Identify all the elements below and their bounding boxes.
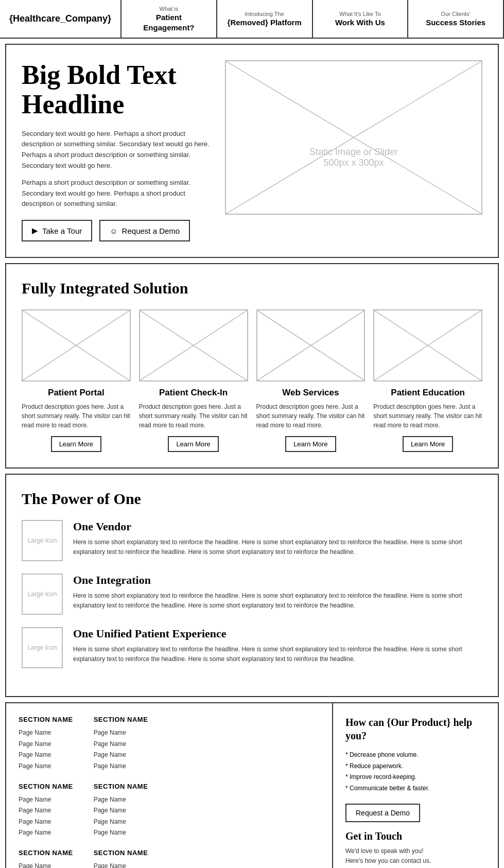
footer-col-2-link-0-0[interactable]: Page Name [94,727,148,739]
hero-left: Big Bold Text Headline Secondary text wo… [22,60,210,241]
integrated-section: Fully Integrated Solution Patient Portal… [5,263,499,468]
footer-help-heading: How can {Our Product} help you? [345,716,485,742]
request-demo-label: Request a Demo [122,227,180,235]
footer-bullet-3: Communicate better & faster. [345,783,485,794]
footer-col-2-heading-1: SECTION NAME [94,783,148,790]
nav-items: What isPatient Engagement?Introducing Th… [121,0,504,38]
footer-col-2: SECTION NAMEPage NamePage NamePage NameP… [94,716,148,868]
footer-left: SECTION NAMEPage NamePage NamePage NameP… [6,703,333,868]
nav-sub-0: What is [131,5,207,12]
card-desc-0: Product description goes here. Just a sh… [22,402,131,430]
power-section: The Power of One Large Icon One Vendor H… [5,474,499,697]
footer-col-2-list-2: Page NamePage NamePage NamePage Name [94,861,148,868]
hero-image: Static Image or Slider 500px x 300px [225,60,482,215]
footer-col-2-link-1-1[interactable]: Page Name [94,805,148,817]
placeholder-cross-svg [226,61,481,214]
nav-main-2: Work With Us [335,18,385,28]
footer-col-2-heading-0: SECTION NAME [94,716,148,723]
footer-col-1-list-0: Page NamePage NamePage NamePage Name [19,727,73,772]
footer-col-1-list-2: Page NamePage NamePage NamePage Name [19,861,73,868]
take-tour-button[interactable]: ▶ Take a Tour [22,220,92,241]
power-icon-1: Large Icon [22,574,63,615]
integrated-title: Fully Integrated Solution [22,280,482,297]
footer-right: How can {Our Product} help you? Decrease… [333,703,498,868]
footer-contact-text: We'd love to speak with you! Here's how … [345,846,485,866]
power-icon-0: Large Icon [22,520,63,561]
footer-col-1: SECTION NAMEPage NamePage NamePage NameP… [19,716,73,868]
footer-col-1-link-0-1[interactable]: Page Name [19,739,73,750]
hero-image-label: Static Image or Slider 500px x 300px [309,147,398,168]
card-title-2: Web Services [256,388,366,398]
footer-col-1-link-1-2[interactable]: Page Name [19,817,73,828]
footer-col-2-heading-2: SECTION NAME [94,849,148,857]
footer-bullets: Decrease phone volume.Reduce paperwork.I… [345,750,485,794]
power-text-2: One Unified Patient Experience Here is s… [73,627,482,664]
footer-col-2-link-0-3[interactable]: Page Name [94,761,148,772]
hero-section: Big Bold Text Headline Secondary text wo… [5,44,499,258]
footer-contact-heading: Get in Touch [345,830,485,842]
nav-item-2[interactable]: What It's Like ToWork With Us [313,0,409,38]
nav-main-3: Success Stories [426,18,485,28]
hero-secondary-2: Perhaps a short product description or s… [22,178,210,210]
footer-col-1-link-0-2[interactable]: Page Name [19,750,73,761]
footer-col-1-link-1-3[interactable]: Page Name [19,827,73,839]
navbar: {Healthcare_Company} What isPatient Enga… [0,0,504,39]
learn-more-button-1[interactable]: Learn More [168,436,218,452]
cards-row: Patient Portal Product description goes … [22,309,482,452]
card-desc-2: Product description goes here. Just a sh… [256,402,366,430]
footer-bullet-0: Decrease phone volume. [345,750,485,761]
nav-sub-2: What It's Like To [335,10,385,18]
footer-col-2-list-1: Page NamePage NamePage NamePage Name [94,794,148,839]
learn-more-button-2[interactable]: Learn More [285,436,336,452]
card-cross-2 [257,310,364,380]
footer-col-1-heading-0: SECTION NAME [19,716,73,723]
take-tour-label: Take a Tour [42,227,82,235]
footer-col-1-link-0-3[interactable]: Page Name [19,761,73,772]
power-item-2: Large Icon One Unified Patient Experienc… [22,627,482,668]
hero-img-label-1: Static Image or Slider [309,147,398,157]
hero-headline: Big Bold Text Headline [22,60,210,119]
nav-sub-3: Our Clients' [426,10,485,18]
footer-col-1-link-0-0[interactable]: Page Name [19,727,73,739]
footer-col-2-link-1-3[interactable]: Page Name [94,827,148,839]
footer-col-2-link-1-2[interactable]: Page Name [94,817,148,828]
footer-col-1-list-1: Page NamePage NamePage NamePage Name [19,794,73,839]
nav-logo[interactable]: {Healthcare_Company} [0,0,121,38]
footer-col-1-link-1-1[interactable]: Page Name [19,805,73,817]
request-demo-button[interactable]: ☺ Request a Demo [99,220,190,241]
hero-secondary-1: Secondary text would go here. Perhaps a … [22,129,210,171]
nav-main-0: Patient Engagement? [131,12,207,32]
footer-col-1-link-2-0[interactable]: Page Name [19,861,73,868]
card-img-3 [373,309,482,381]
power-item-0: Large Icon One Vendor Here is some short… [22,520,482,561]
learn-more-button-0[interactable]: Learn More [51,436,101,452]
power-text-1: One Integration Here is some short expla… [73,574,482,611]
power-heading-1: One Integration [73,574,482,587]
footer-col-2-link-0-1[interactable]: Page Name [94,739,148,750]
card-img-0 [22,309,131,381]
footer-demo-button[interactable]: Request a Demo [345,804,420,822]
nav-sub-1: Introducing The [228,10,302,18]
card-0: Patient Portal Product description goes … [22,309,131,452]
nav-item-3[interactable]: Our Clients'Success Stories [408,0,504,38]
power-item-1: Large Icon One Integration Here is some … [22,574,482,615]
card-img-1 [139,309,248,381]
hero-buttons: ▶ Take a Tour ☺ Request a Demo [22,220,210,241]
power-title: The Power of One [22,490,482,508]
footer-col-2-link-0-2[interactable]: Page Name [94,750,148,761]
footer-col-2-link-2-0[interactable]: Page Name [94,861,148,868]
power-desc-2: Here is some short explanatory text to r… [73,645,482,664]
card-title-0: Patient Portal [22,388,131,398]
nav-main-1: {Removed} Platform [228,18,302,28]
learn-more-button-3[interactable]: Learn More [403,436,453,452]
nav-item-1[interactable]: Introducing The{Removed} Platform [217,0,313,38]
footer-col-1-link-1-0[interactable]: Page Name [19,794,73,806]
card-cross-1 [140,310,247,380]
nav-item-0[interactable]: What isPatient Engagement? [121,0,217,38]
footer: SECTION NAMEPage NamePage NamePage NameP… [5,702,499,868]
footer-col-2-list-0: Page NamePage NamePage NamePage Name [94,727,148,772]
footer-col-1-heading-1: SECTION NAME [19,783,73,790]
video-icon: ▶ [32,226,38,235]
footer-col-2-link-1-0[interactable]: Page Name [94,794,148,806]
card-title-3: Patient Education [373,388,482,398]
